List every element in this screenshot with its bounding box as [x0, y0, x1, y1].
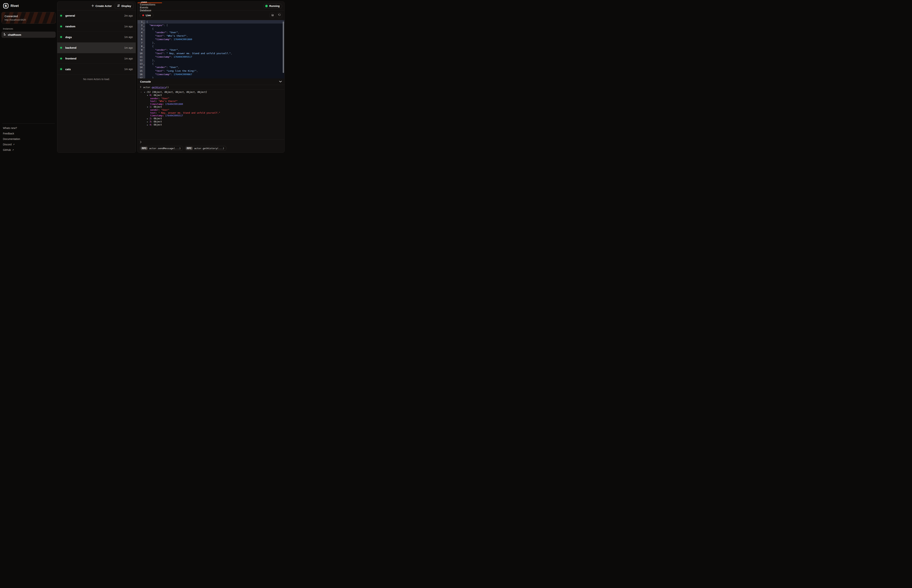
actor-name: dogs [65, 36, 124, 39]
line-number[interactable]: 16 [137, 73, 145, 76]
tree-expanded-icon[interactable]: ▼ [147, 94, 150, 97]
code-content: "timestamp": 1764043991880 [145, 37, 284, 41]
console-output: ‹▼(5) [Object, Object, Object, Object, O… [137, 90, 284, 139]
tab-events[interactable]: Events [137, 6, 151, 9]
line-number[interactable]: 14 [137, 65, 145, 69]
footer-link-whats-new-[interactable]: Whats new? [0, 125, 57, 131]
footer-links: Whats new?FeedbackDocumentationDiscord↗G… [0, 125, 57, 153]
editor-scrollbar[interactable] [283, 21, 284, 73]
footer-link-feedback[interactable]: Feedback [0, 131, 57, 136]
code-content: "text": "Who’s there?", [145, 34, 284, 37]
connection-url: http://localhost:6420 [5, 18, 53, 21]
code-content: { [145, 27, 284, 31]
rivet-logo-icon: R [3, 3, 9, 9]
sidebar-footer: Whats new?FeedbackDocumentationDiscord↗G… [0, 123, 57, 153]
console-prompt[interactable] [137, 140, 284, 144]
return-value-icon: ‹ [140, 90, 142, 94]
rpc-chip-actor-gethistory-[interactable]: RPCactor.getHistory(...) [185, 146, 226, 151]
external-link-icon: ↗ [13, 143, 15, 146]
console-output-row: timestamp: 1764043995517 [140, 114, 282, 117]
actor-name: cats [65, 68, 124, 71]
actor-instance-icon [3, 33, 6, 37]
line-number[interactable]: 4 [137, 31, 145, 34]
tree-expanded-icon[interactable]: ▼ [147, 106, 150, 108]
console-output-row: ▶2: Object [140, 117, 282, 120]
code-line: 11 "timestamp": 1764043995517 [137, 55, 284, 58]
code-content: "sender": "User", [145, 48, 284, 52]
line-number[interactable]: 10 [137, 52, 145, 55]
tab-state[interactable]: State [137, 2, 149, 3]
create-actor-button[interactable]: Create Actor [91, 4, 111, 8]
actor-row-dogs[interactable]: dogs1m ago [57, 32, 136, 42]
actor-row-cats[interactable]: cats1m ago [57, 64, 136, 74]
actor-last-active: 2m ago [124, 14, 133, 17]
code-content: "sender": "User", [145, 65, 284, 69]
console-output-row: ▼1: Object [140, 105, 282, 108]
actor-last-active: 1m ago [124, 68, 133, 71]
code-line: 14 "sender": "User", [137, 65, 284, 69]
code-line: 8 { [137, 45, 284, 48]
tab-database[interactable]: Database [137, 9, 153, 12]
actor-last-active: 1m ago [124, 25, 133, 28]
code-line: 17 } [137, 76, 284, 78]
code-content: "text": "Long live the King!", [145, 69, 284, 73]
line-number[interactable]: 3 [137, 27, 145, 31]
console-collapse-button[interactable] [279, 80, 282, 83]
live-toggle-badge[interactable]: Live [140, 13, 153, 18]
undo-refresh-button[interactable] [277, 13, 282, 18]
sidebar: R Rivet Connected http://localhost:6420 … [0, 0, 57, 154]
line-number[interactable]: 9 [137, 48, 145, 52]
rpc-chip-actor-sendmessage-[interactable]: RPCactor.sendMessage(...) [140, 146, 183, 151]
chevron-down-icon [279, 80, 282, 83]
sidebar-item-instance-chatRoom[interactable]: chatRoom [2, 32, 56, 38]
line-number[interactable]: 15 [137, 69, 145, 73]
line-number[interactable]: 17 [137, 76, 145, 78]
app-root: R Rivet Connected http://localhost:6420 … [0, 0, 286, 154]
actor-row-random[interactable]: random1m ago [57, 21, 136, 32]
actor-row-general[interactable]: general2m ago [57, 10, 136, 21]
save-state-button[interactable] [270, 13, 275, 18]
actor-row-backend[interactable]: backend1m ago [57, 42, 136, 53]
code-content: "sender": "User", [145, 31, 284, 34]
code-line: 4 "sender": "User", [137, 31, 284, 34]
tree-collapsed-icon[interactable]: ▶ [147, 118, 150, 120]
instances-label: Instances [3, 27, 54, 30]
line-number[interactable]: 8 [137, 45, 145, 48]
line-number[interactable]: 1 [137, 20, 145, 24]
line-number[interactable]: 6 [137, 37, 145, 41]
state-json-editor[interactable]: 1{2 "messages": [3 {4 "sender": "User",5… [137, 20, 284, 78]
line-number[interactable]: 7 [137, 41, 145, 45]
rpc-suggestions: RPCactor.sendMessage(...)RPCactor.getHis… [137, 144, 284, 152]
footer-link-github[interactable]: GitHub↗ [0, 147, 57, 153]
actor-last-active: 1m ago [124, 46, 133, 49]
code-line: 16 "timestamp": 1764043999867 [137, 73, 284, 76]
code-content: "timestamp": 1764043999867 [145, 73, 284, 76]
tab-connections[interactable]: Connections [137, 3, 158, 6]
line-number[interactable]: 12 [137, 58, 145, 62]
brand: R Rivet [0, 0, 57, 10]
line-number[interactable]: 11 [137, 55, 145, 58]
actor-name: backend [65, 46, 124, 49]
running-status-badge: Running [263, 3, 282, 8]
console-last-command: actor.getHistory() [137, 85, 284, 90]
sliders-icon [117, 4, 120, 8]
actor-status-dot [60, 68, 62, 70]
tree-collapsed-icon[interactable]: ▶ [147, 124, 150, 126]
line-number[interactable]: 13 [137, 62, 145, 65]
actor-name: random [65, 25, 124, 28]
code-line: 9 "sender": "User", [137, 48, 284, 52]
line-number[interactable]: 2 [137, 24, 145, 27]
code-line: 13 { [137, 62, 284, 65]
footer-link-discord[interactable]: Discord↗ [0, 142, 57, 147]
footer-link-documentation[interactable]: Documentation [0, 136, 57, 142]
tree-expanded-icon[interactable]: ▼ [144, 91, 147, 94]
actor-row-frontend[interactable]: frontend1m ago [57, 53, 136, 64]
display-button[interactable]: Display [115, 3, 134, 9]
code-content: "messages": [ [145, 24, 284, 27]
line-number[interactable]: 5 [137, 34, 145, 37]
svg-text:R: R [5, 4, 7, 8]
tree-collapsed-icon[interactable]: ▶ [147, 121, 150, 123]
rotate-ccw-icon [278, 13, 281, 17]
actors-empty-note: No more Actors to load. [57, 74, 136, 84]
code-content: { [145, 45, 284, 48]
